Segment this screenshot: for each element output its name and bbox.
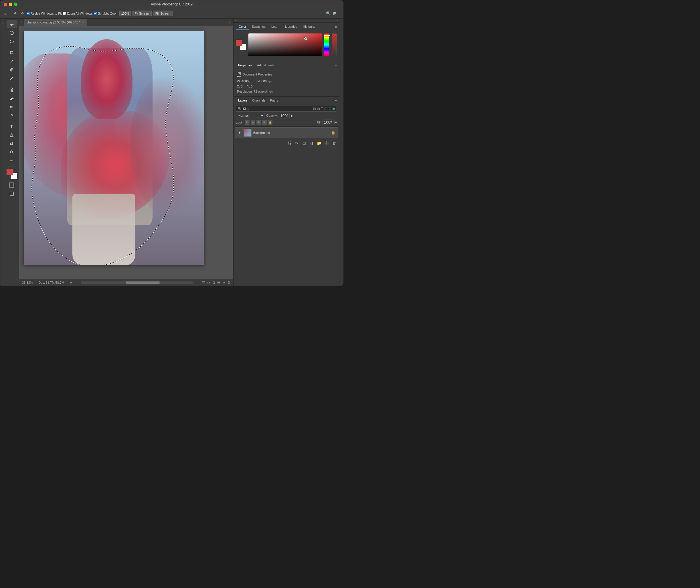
tab-close-button[interactable]: ✕ <box>82 21 84 24</box>
healing-tool[interactable] <box>7 66 17 74</box>
add-mask-button[interactable]: ◻ <box>301 140 307 146</box>
home-button[interactable]: ⌂ <box>3 11 8 16</box>
scroll-right-arrow[interactable]: » <box>337 19 338 22</box>
minimize-button[interactable] <box>9 3 12 6</box>
resize-windows-checkbox[interactable] <box>27 12 30 15</box>
lock-paint-icon[interactable]: ✏ <box>251 120 255 125</box>
filter-pixel-icon[interactable]: ⊡ <box>313 107 316 111</box>
mask-status-icon[interactable]: ◻ <box>212 281 215 284</box>
fill-screen-button[interactable]: Fill Screen <box>153 11 173 16</box>
path-select-tool[interactable] <box>7 131 17 139</box>
collapse-right-arrows[interactable]: » <box>229 21 230 24</box>
filter-shape-icon[interactable]: ▢ <box>324 107 327 111</box>
crop-tool[interactable] <box>7 49 17 57</box>
resize-windows-check[interactable]: Resize Windows to Fit <box>27 12 62 15</box>
hue-bar[interactable] <box>324 33 329 56</box>
tab-properties[interactable]: Properties <box>236 63 255 68</box>
zoom-tool[interactable] <box>7 148 17 156</box>
zoom-in-button[interactable]: ⊕ <box>12 11 18 16</box>
tab-swatches[interactable]: Swatches <box>249 24 268 30</box>
marquee-tool[interactable] <box>7 29 17 37</box>
share-icon[interactable]: ↑ <box>339 11 341 16</box>
opacity-arrow[interactable]: ▶ <box>291 114 293 118</box>
workspace-icon[interactable]: ⊞ <box>333 11 336 16</box>
tab-libraries[interactable]: Libraries <box>282 24 300 30</box>
lock-transparent-icon[interactable]: ⊡ <box>245 120 249 125</box>
lock-row: Lock: ⊡ ✏ ✛ ⊞ 🔒 Fill: ▶ <box>236 120 337 125</box>
zoom-out-button[interactable]: ⊖ <box>19 11 25 16</box>
new-adjustment-button[interactable]: ◑ <box>309 140 314 146</box>
horizontal-scrollbar[interactable] <box>81 281 193 284</box>
filter-text-icon[interactable]: T <box>321 107 323 111</box>
right-panel-collapse[interactable] <box>339 19 343 286</box>
collapse-left-arrows[interactable]: « <box>21 21 23 24</box>
filter-smart-icon[interactable]: ⊡ <box>328 107 331 111</box>
color-boxes[interactable] <box>7 169 17 179</box>
tab-layers[interactable]: Layers <box>236 98 250 103</box>
tab-adjustments[interactable]: Adjustments <box>255 63 277 68</box>
layer-status-icon[interactable]: ☰ <box>217 281 220 284</box>
move-tool[interactable] <box>7 20 17 28</box>
lock-all-icon[interactable]: 🔒 <box>268 120 272 125</box>
resolution-row: Resolution: 72 pixels/inch <box>237 90 336 93</box>
zoom-value-input[interactable] <box>119 11 131 16</box>
screen-mode-button[interactable] <box>7 190 17 198</box>
link-status-icon[interactable]: ⛓ <box>202 281 205 284</box>
tab-learn[interactable]: Learn <box>268 24 282 30</box>
tab-paths[interactable]: Paths <box>268 98 280 103</box>
scroll-left-arrow[interactable]: « <box>235 19 236 22</box>
status-arrow[interactable]: ▶ <box>70 281 72 284</box>
left-panel-collapse[interactable]: « <box>0 19 4 286</box>
foreground-color-swatch[interactable] <box>236 40 242 46</box>
delete-layer-button[interactable]: 🗑 <box>331 140 337 146</box>
new-layer-button[interactable]: ➕ <box>324 140 329 146</box>
eraser-tool[interactable] <box>7 94 17 102</box>
brush-tool[interactable] <box>7 74 17 82</box>
lock-position-icon[interactable]: ✛ <box>256 120 261 125</box>
properties-panel-menu[interactable]: ≡ <box>335 63 337 67</box>
zoom-all-windows-check[interactable]: Zoom All Windows <box>63 12 92 15</box>
foreground-color-box[interactable] <box>7 169 13 175</box>
layer-item-background[interactable]: 👁 Background 🔒 <box>235 127 338 138</box>
delete-status-icon[interactable]: 🗑 <box>227 281 230 284</box>
gradient-tool[interactable] <box>7 103 17 111</box>
scrubby-zoom-checkbox[interactable] <box>94 12 97 15</box>
fx-status-icon[interactable]: fx <box>207 281 210 284</box>
color-panel-menu[interactable]: ≡ <box>335 25 337 29</box>
new-group-button[interactable]: 📁 <box>316 140 322 146</box>
quick-mask-button[interactable] <box>7 181 17 189</box>
alpha-bar[interactable] <box>332 33 337 56</box>
hand-tool[interactable] <box>7 140 17 148</box>
maximize-button[interactable] <box>14 3 17 6</box>
fit-screen-button[interactable]: Fit Screen <box>132 11 151 16</box>
layers-panel-menu[interactable]: ≡ <box>335 99 337 102</box>
tab-histogram[interactable]: Histogram <box>300 24 320 30</box>
adjust-status-icon[interactable]: ⊿ <box>222 281 225 284</box>
fill-input[interactable] <box>322 120 333 125</box>
more-tools[interactable]: ••• <box>7 157 17 165</box>
layers-search-input[interactable] <box>243 107 312 110</box>
opacity-input[interactable] <box>279 113 289 118</box>
tab-color[interactable]: Color <box>236 24 249 30</box>
link-layers-button[interactable]: ⛓ <box>286 140 292 146</box>
layer-fx-button[interactable]: fx <box>294 140 299 146</box>
zoom-all-windows-checkbox[interactable] <box>63 12 66 15</box>
lasso-tool[interactable] <box>7 37 17 45</box>
layer-visibility-toggle[interactable]: 👁 <box>237 130 242 135</box>
canvas-container[interactable] <box>19 26 233 279</box>
image-tab[interactable]: changing-color.jpg @ 33.3% (RGB/8) * ✕ <box>24 19 87 26</box>
blend-mode-select[interactable]: Normal <box>236 113 264 118</box>
lock-artboard-icon[interactable]: ⊞ <box>262 120 267 125</box>
search-icon[interactable]: 🔍 <box>326 11 331 16</box>
eyedropper-tool[interactable] <box>7 57 17 65</box>
text-tool[interactable]: T <box>7 122 17 130</box>
layers-search-bar[interactable]: 🔍 ⊡ ◑ T ▢ ⊡ <box>236 106 337 112</box>
color-gradient-box[interactable] <box>248 33 322 56</box>
close-button[interactable] <box>4 3 7 6</box>
pen-tool[interactable] <box>7 111 17 119</box>
clone-tool[interactable] <box>7 86 17 94</box>
fill-arrow[interactable]: ▶ <box>334 120 337 124</box>
tab-channels[interactable]: Channels <box>250 98 267 103</box>
scrubby-zoom-check[interactable]: Scrubby Zoom <box>94 12 118 15</box>
filter-adjust-icon[interactable]: ◑ <box>317 107 320 111</box>
